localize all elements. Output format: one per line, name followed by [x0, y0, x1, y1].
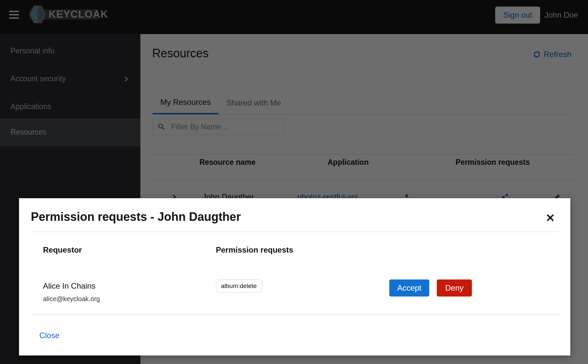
app-window: KEYCLOAK Sign out John Doe Personal info…: [0, 0, 588, 364]
scope-chip-label: album:delete: [221, 282, 257, 290]
scope-chip: album:delete: [216, 279, 262, 293]
deny-button[interactable]: Deny: [437, 279, 472, 297]
requestor-name: Alice In Chains: [43, 281, 95, 291]
modal-header-divider: [31, 232, 558, 232]
modal-column-permission-requests: Permission requests: [216, 245, 293, 255]
accept-button[interactable]: Accept: [389, 279, 429, 297]
close-link[interactable]: Close: [39, 331, 59, 340]
modal-title: Permission requests - John Daugther: [31, 210, 241, 224]
permission-requests-modal: Permission requests - John Daugther ✕ Re…: [19, 198, 570, 355]
modal-footer-divider: [31, 315, 558, 315]
requestor-email: alice@keycloak.org: [43, 295, 100, 303]
modal-column-requestor: Requestor: [43, 245, 82, 255]
modal-close-icon[interactable]: ✕: [542, 210, 558, 226]
